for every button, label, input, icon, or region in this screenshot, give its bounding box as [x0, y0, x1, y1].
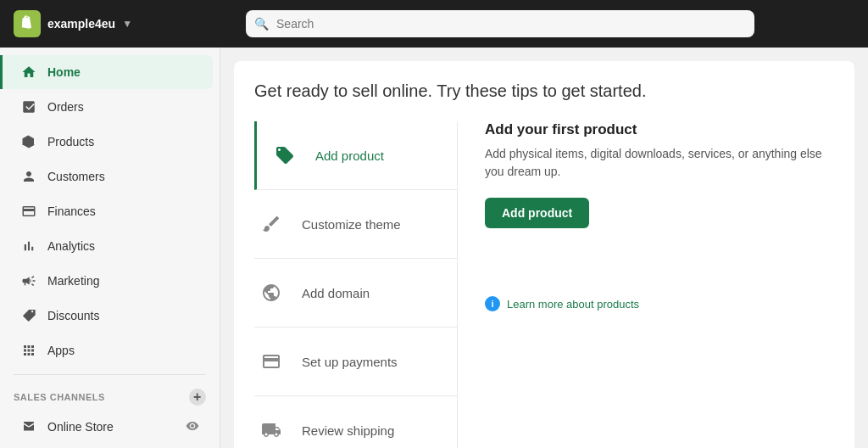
task-detail-title: Add your first product	[485, 121, 834, 138]
products-icon	[20, 133, 37, 150]
sidebar-item-online-store-label: Online Store	[47, 420, 114, 434]
sidebar-item-finances[interactable]: Finances	[7, 194, 213, 228]
sidebar-item-apps-label: Apps	[47, 344, 75, 357]
info-icon: i	[485, 296, 500, 311]
tag-icon	[268, 138, 302, 172]
customers-icon	[20, 168, 37, 185]
content-split: Add product Customize theme Add domain	[254, 121, 834, 448]
task-detail: Add your first product Add physical item…	[458, 121, 834, 448]
main-content: Get ready to sell online. Try these tips…	[220, 48, 868, 448]
shipping-icon	[254, 413, 288, 447]
task-list: Add product Customize theme Add domain	[254, 121, 458, 448]
sales-channels-label: SALES CHANNELS	[14, 392, 105, 402]
sidebar-item-marketing[interactable]: Marketing	[7, 264, 213, 298]
topbar: example4eu ▼ 🔍	[0, 0, 868, 48]
task-shipping-label: Review shipping	[302, 423, 394, 438]
sidebar-item-discounts-label: Discounts	[47, 309, 99, 322]
shopify-logo-svg	[19, 15, 36, 32]
sidebar-item-analytics-label: Analytics	[47, 239, 95, 253]
sidebar-item-analytics[interactable]: Analytics	[7, 229, 213, 263]
sidebar-item-online-store[interactable]: Online Store	[7, 410, 213, 444]
sidebar-nav: Home Orders Products Customers	[0, 48, 220, 448]
discounts-icon	[20, 307, 37, 324]
online-store-icon	[20, 418, 37, 435]
task-payments-label: Set up payments	[302, 355, 398, 369]
orders-icon	[20, 98, 37, 115]
eye-icon[interactable]	[186, 419, 199, 435]
sidebar-item-marketing-label: Marketing	[47, 274, 99, 288]
sidebar-item-orders-label: Orders	[47, 100, 84, 114]
task-set-up-payments[interactable]: Set up payments	[254, 328, 457, 396]
layout: Home Orders Products Customers	[0, 48, 868, 448]
sidebar-item-finances-label: Finances	[47, 204, 96, 218]
home-icon	[20, 64, 37, 81]
dropdown-arrow-icon: ▼	[122, 18, 132, 30]
add-product-button[interactable]: Add product	[485, 198, 589, 228]
task-customize-theme[interactable]: Customize theme	[254, 190, 457, 259]
sidebar-item-products-label: Products	[47, 135, 94, 148]
marketing-icon	[20, 272, 37, 289]
learn-more-label: Learn more about products	[507, 298, 639, 311]
customize-icon	[254, 207, 288, 241]
sidebar-item-discounts[interactable]: Discounts	[7, 299, 213, 333]
sidebar-item-customers-label: Customers	[47, 170, 105, 183]
sidebar-item-apps[interactable]: Apps	[7, 333, 213, 367]
sidebar-divider	[14, 374, 206, 375]
brand[interactable]: example4eu ▼	[14, 10, 132, 37]
sidebar-item-home-label: Home	[47, 65, 81, 79]
payments-icon	[254, 344, 288, 378]
task-add-product[interactable]: Add product	[254, 121, 457, 190]
task-add-product-label: Add product	[315, 148, 384, 163]
task-customize-theme-label: Customize theme	[302, 217, 401, 232]
shopify-logo	[14, 10, 41, 37]
brand-name: example4eu	[47, 17, 115, 31]
search-icon: 🔍	[254, 17, 269, 31]
sidebar-item-products[interactable]: Products	[7, 125, 213, 159]
main-inner: Get ready to sell online. Try these tips…	[234, 61, 854, 448]
apps-icon	[20, 342, 37, 359]
analytics-icon	[20, 238, 37, 255]
search-input[interactable]	[246, 10, 754, 37]
sidebar-item-orders[interactable]: Orders	[7, 90, 213, 124]
learn-more-link[interactable]: i Learn more about products	[485, 296, 834, 311]
add-sales-channel-button[interactable]: +	[189, 389, 206, 406]
page-heading: Get ready to sell online. Try these tips…	[254, 81, 834, 101]
finances-icon	[20, 203, 37, 220]
task-review-shipping[interactable]: Review shipping	[254, 396, 457, 448]
sidebar: Home Orders Products Customers	[0, 48, 220, 448]
search-bar: 🔍	[246, 10, 754, 37]
task-detail-description: Add physical items, digital downloads, s…	[485, 145, 834, 181]
task-add-domain-label: Add domain	[302, 286, 370, 300]
sidebar-item-home[interactable]: Home	[0, 55, 213, 89]
sidebar-item-customers[interactable]: Customers	[7, 160, 213, 193]
sales-channels-section: SALES CHANNELS +	[0, 382, 220, 409]
task-add-domain[interactable]: Add domain	[254, 259, 457, 328]
domain-icon	[254, 276, 288, 310]
